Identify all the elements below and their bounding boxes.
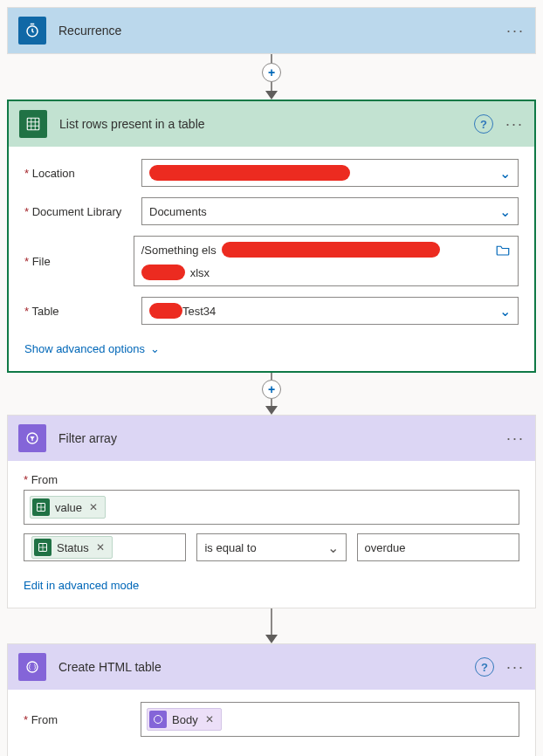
svg-rect-1 bbox=[27, 118, 39, 130]
filter-left-input[interactable]: Status ✕ bbox=[24, 533, 186, 561]
filter-edit-advanced-link[interactable]: Edit in advanced mode bbox=[24, 579, 139, 592]
filter-card: Filter array ··· * From value ✕ Status ✕ bbox=[7, 415, 536, 608]
braces-icon bbox=[18, 653, 46, 681]
chevron-down-icon[interactable]: ⌄ bbox=[492, 203, 511, 220]
remove-token-icon[interactable]: ✕ bbox=[87, 501, 100, 513]
braces-icon bbox=[149, 711, 167, 728]
add-step-button-1[interactable]: + bbox=[262, 63, 281, 82]
add-step-button-2[interactable]: + bbox=[262, 380, 281, 399]
remove-token-icon[interactable]: ✕ bbox=[203, 713, 216, 725]
filter-header[interactable]: Filter array ··· bbox=[8, 416, 535, 461]
label-file: File bbox=[24, 255, 128, 268]
list-rows-card: List rows present in a table ? ··· Locat… bbox=[7, 100, 536, 373]
html-table-menu[interactable]: ··· bbox=[506, 658, 525, 677]
recurrence-card: Recurrence ··· bbox=[7, 7, 536, 54]
filter-title: Filter array bbox=[58, 431, 494, 445]
chevron-down-icon[interactable]: ⌄ bbox=[320, 540, 339, 556]
svg-point-6 bbox=[155, 716, 162, 724]
html-table-card: Create HTML table ? ··· From Body ✕ Show… bbox=[7, 643, 536, 756]
html-table-header[interactable]: Create HTML table ? ··· bbox=[8, 644, 535, 690]
recurrence-title: Recurrence bbox=[58, 24, 494, 38]
filter-from-label: From bbox=[31, 473, 58, 486]
html-table-from-input[interactable]: Body ✕ bbox=[141, 702, 519, 737]
list-rows-menu[interactable]: ··· bbox=[505, 115, 524, 134]
table-dropdown[interactable]: Test34 ⌄ bbox=[141, 297, 519, 325]
recurrence-header[interactable]: Recurrence ··· bbox=[8, 8, 535, 53]
location-dropdown[interactable]: ⌄ bbox=[141, 159, 519, 187]
token-value[interactable]: value ✕ bbox=[30, 496, 106, 519]
file-value-prefix: /Something els bbox=[141, 244, 217, 257]
chevron-down-icon: ⌄ bbox=[150, 342, 160, 355]
excel-icon bbox=[32, 498, 50, 516]
label-doclib: Document Library bbox=[24, 205, 136, 218]
funnel-icon bbox=[18, 424, 46, 452]
html-table-from-label: From bbox=[24, 713, 135, 726]
excel-icon bbox=[34, 539, 52, 556]
chevron-down-icon[interactable]: ⌄ bbox=[492, 303, 511, 320]
recurrence-menu[interactable]: ··· bbox=[506, 22, 525, 40]
connector-3 bbox=[7, 608, 536, 643]
excel-icon bbox=[19, 110, 47, 138]
list-rows-advanced-link[interactable]: Show advanced options ⌄ bbox=[24, 342, 160, 355]
filter-operator-dropdown[interactable]: is equal to ⌄ bbox=[196, 533, 346, 561]
recurrence-icon bbox=[18, 17, 46, 45]
label-table: Table bbox=[24, 305, 136, 318]
remove-token-icon[interactable]: ✕ bbox=[94, 541, 107, 553]
label-location: Location bbox=[24, 167, 136, 180]
svg-point-5 bbox=[27, 662, 38, 672]
list-rows-help-icon[interactable]: ? bbox=[474, 114, 493, 134]
doclib-value: Documents bbox=[149, 205, 207, 218]
filter-menu[interactable]: ··· bbox=[506, 430, 525, 448]
connector-2: + bbox=[7, 373, 536, 415]
html-table-title: Create HTML table bbox=[58, 660, 463, 674]
table-value: Test34 bbox=[182, 305, 216, 318]
folder-icon[interactable] bbox=[495, 243, 511, 257]
connector-1: + bbox=[7, 54, 536, 100]
filter-value-input[interactable]: overdue bbox=[357, 533, 519, 561]
file-picker[interactable]: /Something els xlsx bbox=[134, 236, 519, 286]
file-value-suffix: xlsx bbox=[190, 266, 210, 279]
chevron-down-icon[interactable]: ⌄ bbox=[492, 165, 511, 182]
html-table-help-icon[interactable]: ? bbox=[475, 657, 494, 677]
doclib-dropdown[interactable]: Documents ⌄ bbox=[141, 197, 519, 225]
token-body[interactable]: Body ✕ bbox=[147, 708, 222, 731]
list-rows-title: List rows present in a table bbox=[59, 117, 462, 131]
filter-from-input[interactable]: value ✕ bbox=[24, 490, 519, 525]
token-status[interactable]: Status ✕ bbox=[31, 536, 113, 559]
list-rows-header[interactable]: List rows present in a table ? ··· bbox=[9, 101, 534, 147]
